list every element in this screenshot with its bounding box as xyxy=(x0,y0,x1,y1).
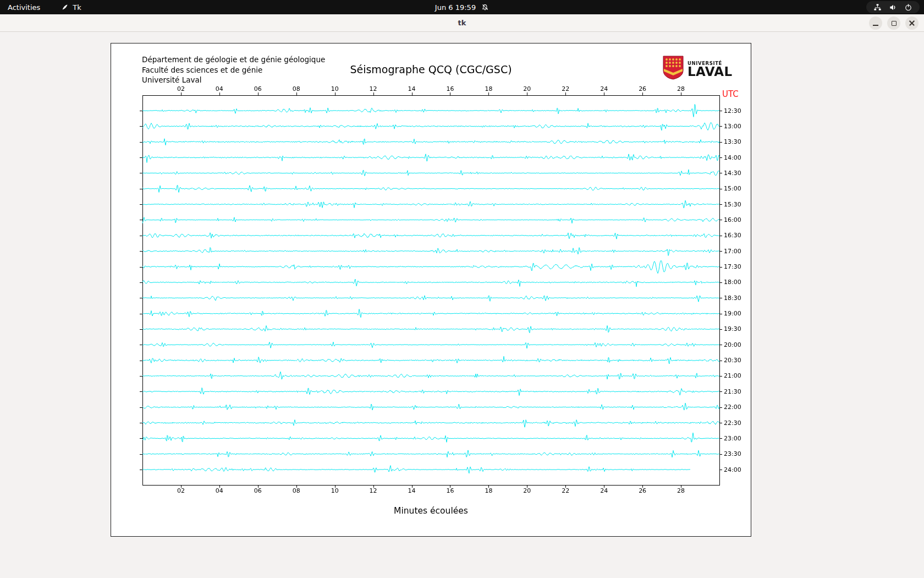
row-time-label: 20:30 xyxy=(724,357,741,364)
row-time-label: 16:30 xyxy=(724,232,741,239)
x-tick-label-top: 20 xyxy=(519,85,535,92)
maximize-button[interactable] xyxy=(887,17,900,30)
row-time-label: 14:30 xyxy=(724,170,741,177)
x-tick-label-top: 22 xyxy=(558,85,573,92)
minimize-button[interactable] xyxy=(869,17,882,30)
x-tick-label-bottom: 04 xyxy=(212,487,227,494)
x-tick-label-top: 10 xyxy=(327,85,343,92)
seismogram-canvas xyxy=(111,43,752,537)
row-time-label: 12:30 xyxy=(724,107,741,114)
row-time-label: 17:00 xyxy=(724,248,741,255)
x-tick-label-top: 12 xyxy=(366,85,381,92)
row-time-label: 23:00 xyxy=(724,435,741,442)
taskbar-app-tk[interactable]: Tk xyxy=(61,3,81,12)
gnome-top-bar: Activities Tk Jun 6 19:59 xyxy=(0,0,924,14)
x-tick-label-bottom: 14 xyxy=(404,487,420,494)
row-time-label: 15:30 xyxy=(724,201,741,208)
x-tick-label-bottom: 28 xyxy=(673,487,689,494)
close-button[interactable] xyxy=(905,17,919,30)
row-time-label: 19:30 xyxy=(724,325,741,332)
window-controls xyxy=(869,17,919,30)
laval-logo-line2: LAVAL xyxy=(688,66,733,78)
seismograph-plot-card: Département de géologie et de génie géol… xyxy=(111,43,751,537)
row-time-label: 19:00 xyxy=(724,310,741,317)
clock-button[interactable]: Jun 6 19:59 xyxy=(435,0,489,14)
plot-title: Séismographe QCQ (CGC/GSC) xyxy=(111,63,751,75)
x-tick-label-top: 24 xyxy=(596,85,612,92)
x-tick-label-top: 06 xyxy=(250,85,266,92)
row-time-label: 13:00 xyxy=(724,123,741,130)
row-time-label: 13:30 xyxy=(724,138,741,145)
x-tick-label-top: 08 xyxy=(289,85,304,92)
window-title: tk xyxy=(458,19,466,27)
power-icon xyxy=(904,3,912,12)
x-tick-label-bottom: 10 xyxy=(327,487,343,494)
x-tick-label-top: 02 xyxy=(173,85,189,92)
header-line-3: Université Laval xyxy=(142,75,325,85)
window-content: Département de géologie et de génie géol… xyxy=(0,32,924,578)
close-icon xyxy=(909,20,915,26)
row-time-label: 21:30 xyxy=(724,388,741,395)
utc-axis-label: UTC xyxy=(722,89,739,99)
x-tick-label-top: 14 xyxy=(404,85,420,92)
row-time-label: 20:00 xyxy=(724,341,741,348)
activities-button[interactable]: Activities xyxy=(0,0,48,14)
x-tick-label-bottom: 18 xyxy=(481,487,496,494)
x-tick-label-bottom: 06 xyxy=(250,487,266,494)
x-tick-label-bottom: 12 xyxy=(366,487,381,494)
laval-logo-text: UNIVERSITÉ LAVAL xyxy=(688,61,733,78)
x-tick-label-top: 16 xyxy=(442,85,458,92)
laval-logo: UNIVERSITÉ LAVAL xyxy=(663,56,733,82)
x-tick-label-bottom: 20 xyxy=(519,487,535,494)
row-time-label: 21:00 xyxy=(724,372,741,379)
row-time-label: 16:00 xyxy=(724,216,741,223)
row-time-label: 14:00 xyxy=(724,154,741,161)
row-time-label: 17:30 xyxy=(724,263,741,270)
row-time-label: 18:00 xyxy=(724,279,741,286)
x-tick-label-bottom: 08 xyxy=(289,487,304,494)
clock-text: Jun 6 19:59 xyxy=(435,3,476,12)
x-tick-label-top: 28 xyxy=(673,85,689,92)
activities-label: Activities xyxy=(8,3,40,12)
x-tick-label-bottom: 02 xyxy=(173,487,189,494)
x-tick-label-top: 04 xyxy=(212,85,227,92)
system-tray-menu[interactable] xyxy=(866,1,920,13)
minimize-icon xyxy=(873,25,878,26)
x-tick-label-bottom: 22 xyxy=(558,487,573,494)
row-time-label: 18:30 xyxy=(724,295,741,302)
x-tick-label-bottom: 26 xyxy=(635,487,650,494)
x-axis-title: Minutes écoulées xyxy=(111,506,751,516)
window-titlebar[interactable]: tk xyxy=(0,14,924,32)
x-tick-label-bottom: 24 xyxy=(596,487,612,494)
row-time-label: 24:00 xyxy=(724,466,741,473)
network-icon xyxy=(873,3,882,12)
row-time-label: 15:00 xyxy=(724,185,741,192)
row-time-label: 22:00 xyxy=(724,403,741,411)
x-tick-label-top: 18 xyxy=(481,85,496,92)
taskbar-app-label: Tk xyxy=(73,3,81,12)
maximize-icon xyxy=(892,21,897,26)
laval-shield-icon xyxy=(663,56,684,82)
row-time-label: 23:30 xyxy=(724,450,741,457)
x-tick-label-top: 26 xyxy=(635,85,650,92)
x-tick-label-bottom: 16 xyxy=(442,487,458,494)
tk-icon xyxy=(61,3,69,11)
row-time-label: 22:30 xyxy=(724,419,741,427)
notifications-muted-icon xyxy=(481,3,489,11)
volume-icon xyxy=(889,3,897,12)
